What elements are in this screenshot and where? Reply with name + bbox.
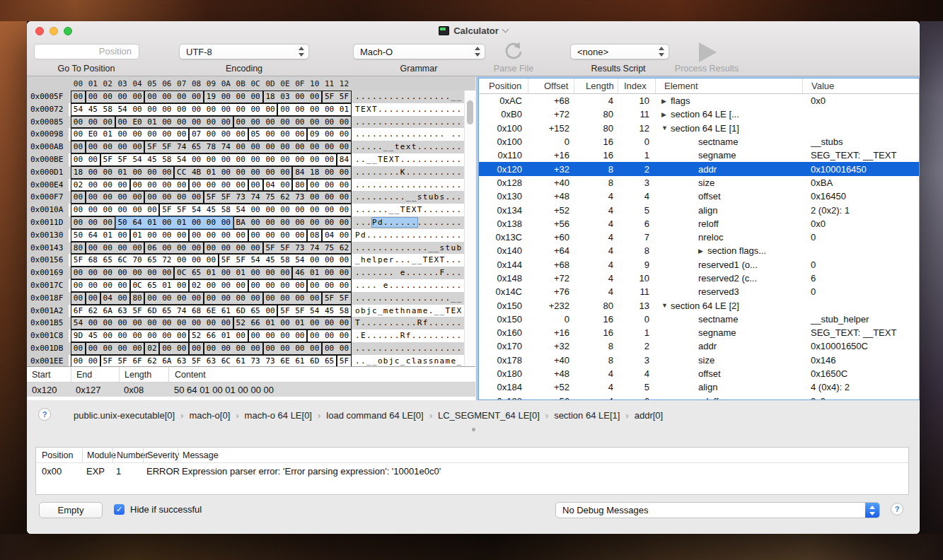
hex-byte[interactable]: 58 xyxy=(277,254,292,267)
hex-field[interactable]: 00 xyxy=(86,292,100,305)
hex-field[interactable]: 00 xyxy=(71,191,86,204)
hex-byte[interactable]: 00 xyxy=(115,329,130,342)
hex-byte[interactable]: 04 xyxy=(322,229,337,242)
hex-byte[interactable]: 73 xyxy=(263,355,278,366)
hex-byte[interactable]: 00 xyxy=(307,191,322,204)
hex-byte[interactable]: 00 xyxy=(159,242,174,255)
hex-byte[interactable]: 00 xyxy=(100,342,115,355)
hex-byte[interactable]: 00 xyxy=(159,267,174,279)
hex-field[interactable]: 0400 xyxy=(322,229,352,242)
hex-byte[interactable]: 09 xyxy=(307,128,322,141)
hex-field[interactable]: 5F5F73747562 xyxy=(263,242,352,255)
breadcrumb-item[interactable]: section 64 LE[1] xyxy=(554,410,620,421)
hex-byte[interactable]: 00 xyxy=(307,116,322,129)
hex-byte[interactable]: 00 xyxy=(322,216,337,229)
disclosure-open-icon[interactable]: ▼ xyxy=(661,124,671,132)
ascii-column[interactable]: .................__ xyxy=(355,292,462,305)
hex-byte[interactable]: 84 xyxy=(337,153,352,166)
hex-byte[interactable]: 00 xyxy=(307,91,322,103)
hex-byte[interactable]: 00 xyxy=(248,216,263,229)
hex-byte[interactable]: 00 xyxy=(86,91,100,103)
results-row[interactable]: 0xB0+728011▶section 64 LE [... xyxy=(479,107,919,121)
hex-byte[interactable]: 74 xyxy=(248,191,263,204)
hex-byte[interactable]: 50 xyxy=(115,216,130,229)
ascii-column[interactable]: objc_methname.__TEX xyxy=(355,305,462,317)
hex-byte[interactable]: 00 xyxy=(307,279,322,292)
hex-byte[interactable]: 00 xyxy=(219,242,233,255)
ascii-column[interactable]: ...Pd.............. xyxy=(355,216,462,229)
ascii-column[interactable]: .........__stubs... xyxy=(355,191,462,204)
hex-byte[interactable]: 80 xyxy=(292,179,307,192)
hex-byte[interactable]: 00 xyxy=(322,254,337,267)
hex-byte[interactable]: 00 xyxy=(159,229,174,242)
hex-byte[interactable]: 00 xyxy=(115,116,130,129)
hex-field[interactable]: 5F68656C706572000000 xyxy=(71,254,219,267)
hex-byte[interactable]: 00 xyxy=(130,128,145,141)
hex-byte[interactable]: 00 xyxy=(337,254,352,267)
hex-field[interactable]: 5F xyxy=(337,355,352,366)
hex-byte[interactable]: 00 xyxy=(174,191,189,204)
hex-byte[interactable]: 01 xyxy=(204,267,219,279)
hex-byte[interactable]: 00 xyxy=(292,103,307,116)
hex-row[interactable]: 0x0018F000004008000000000000000000000000… xyxy=(27,292,475,305)
hex-byte[interactable]: 00 xyxy=(219,179,233,192)
hex-byte[interactable]: BA xyxy=(233,216,248,229)
hex-byte[interactable]: 00 xyxy=(322,116,337,129)
hex-field[interactable]: 00E0010000000000 xyxy=(115,116,233,129)
hex-byte[interactable]: 00 xyxy=(144,204,159,216)
hex-byte[interactable]: 00 xyxy=(292,292,307,305)
hex-byte[interactable]: 00 xyxy=(130,166,145,179)
results-row[interactable]: 0x100+1528012▼section 64 LE [1] xyxy=(479,122,919,135)
ascii-column[interactable]: ................ .. xyxy=(355,128,462,141)
hex-byte[interactable]: 18 xyxy=(307,166,322,179)
hex-byte[interactable]: 00 xyxy=(130,191,145,204)
hex-byte[interactable]: 5F xyxy=(100,355,115,366)
hex-field[interactable]: 00000000 xyxy=(204,342,263,355)
hex-byte[interactable]: 00 xyxy=(277,342,292,355)
hex-byte[interactable]: 00 xyxy=(219,91,233,103)
hex-byte[interactable]: 58 xyxy=(100,103,115,116)
hex-byte[interactable]: 00 xyxy=(248,342,263,355)
hex-byte[interactable]: 54 xyxy=(189,204,204,216)
hex-byte[interactable]: 00 xyxy=(292,128,307,141)
hex-byte[interactable]: 00 xyxy=(71,292,86,305)
hex-byte[interactable]: 54 xyxy=(174,153,189,166)
hex-byte[interactable]: 52 xyxy=(189,329,204,342)
hex-byte[interactable]: 08 xyxy=(307,229,322,242)
hex-byte[interactable]: 00 xyxy=(204,342,219,355)
hex-row[interactable]: 0x0005F000000000000000000190000001803000… xyxy=(27,91,475,103)
hex-byte[interactable]: 54 xyxy=(71,103,86,116)
results-row[interactable]: 0x1500160sectname__stub_helper xyxy=(479,313,919,326)
hex-byte[interactable]: 00 xyxy=(189,179,204,192)
hex-field[interactable]: 00000000 xyxy=(144,91,204,103)
hex-field[interactable]: 5F5F544558 xyxy=(277,305,351,317)
hex-byte[interactable]: 00 xyxy=(248,267,263,279)
hex-byte[interactable]: 5F xyxy=(100,153,115,166)
hex-byte[interactable]: 00 xyxy=(130,329,145,342)
hex-byte[interactable]: 00 xyxy=(174,329,189,342)
hex-byte[interactable]: 00 xyxy=(233,153,248,166)
hex-byte[interactable]: 00 xyxy=(115,267,130,279)
hex-byte[interactable]: 00 xyxy=(86,242,100,255)
hex-byte[interactable]: 00 xyxy=(144,292,159,305)
hex-byte[interactable]: 00 xyxy=(337,342,352,355)
hex-byte[interactable]: 00 xyxy=(189,216,204,229)
disclosure-closed-icon[interactable]: ▶ xyxy=(698,247,707,255)
hex-field[interactable]: 05000000 xyxy=(248,128,308,141)
hex-byte[interactable]: 00 xyxy=(189,342,204,355)
process-results-icon[interactable] xyxy=(699,42,717,62)
hex-byte[interactable]: 00 xyxy=(292,116,307,129)
hex-byte[interactable]: 00 xyxy=(248,242,263,255)
hex-byte[interactable]: 00 xyxy=(248,292,263,305)
hex-field[interactable]: 00000000 xyxy=(71,279,130,292)
hex-field[interactable]: 80 xyxy=(130,292,145,305)
hex-byte[interactable]: 00 xyxy=(204,317,219,329)
hex-byte[interactable]: 00 xyxy=(277,204,292,216)
hex-byte[interactable]: 00 xyxy=(86,204,100,216)
hex-byte[interactable]: 00 xyxy=(337,128,352,141)
results-row[interactable]: 0x138+5646reloff0x0 xyxy=(479,217,919,231)
hex-field[interactable]: 00 xyxy=(71,292,86,305)
hex-byte[interactable]: 00 xyxy=(277,267,292,279)
hex-byte[interactable]: 00 xyxy=(159,329,174,342)
hex-field[interactable]: 5F5F7374756273000000 xyxy=(204,191,352,204)
